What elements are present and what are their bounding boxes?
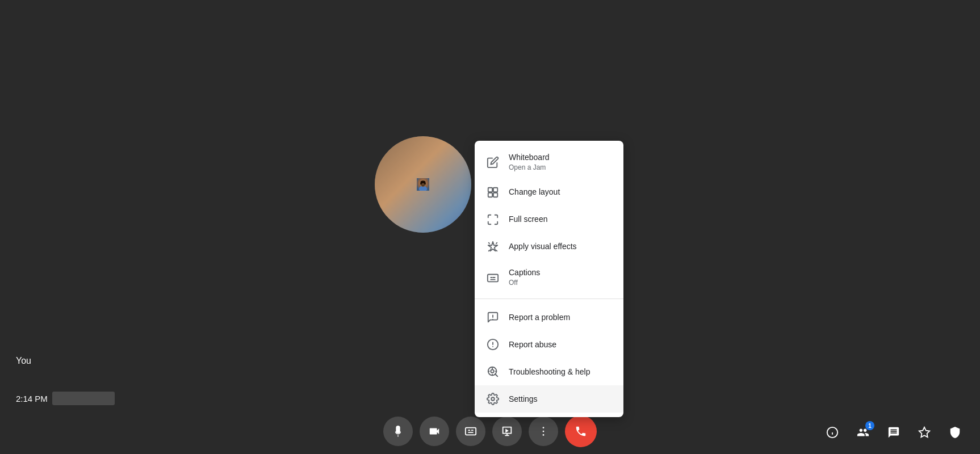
- camera-icon: [428, 425, 441, 438]
- menu-item-whiteboard[interactable]: Whiteboard Open a Jam: [475, 145, 623, 179]
- menu-item-visual-effects[interactable]: Apply visual effects: [475, 233, 623, 260]
- shield-icon: [949, 426, 961, 439]
- meeting-details-button[interactable]: [819, 419, 846, 446]
- svg-point-29: [543, 427, 545, 428]
- svg-rect-13: [488, 193, 492, 197]
- svg-point-26: [491, 370, 494, 373]
- captions-icon: [486, 271, 500, 284]
- troubleshooting-label: Troubleshooting & help: [509, 367, 590, 378]
- avatar-silhouette: [417, 178, 429, 191]
- svg-point-8: [424, 183, 424, 184]
- menu-item-full-screen[interactable]: Full screen: [475, 206, 623, 233]
- participant-name-label: You: [16, 356, 31, 366]
- svg-point-27: [491, 398, 495, 401]
- more-options-button[interactable]: [529, 417, 558, 446]
- visual-effects-label: Apply visual effects: [509, 241, 577, 253]
- svg-point-30: [543, 431, 545, 432]
- chat-icon: [887, 426, 900, 439]
- svg-line-18: [496, 250, 497, 251]
- activities-icon: [918, 426, 931, 439]
- svg-line-16: [496, 243, 497, 243]
- sparkle-icon: [486, 240, 500, 254]
- svg-point-9: [422, 185, 424, 186]
- svg-rect-28: [466, 428, 476, 435]
- whiteboard-label: Whiteboard: [509, 152, 550, 163]
- menu-item-troubleshooting[interactable]: Troubleshooting & help: [475, 358, 623, 385]
- svg-point-31: [543, 434, 545, 436]
- svg-line-17: [489, 250, 489, 251]
- menu-divider: [475, 299, 623, 299]
- svg-point-5: [420, 182, 422, 185]
- svg-rect-12: [493, 188, 497, 192]
- whiteboard-sublabel: Open a Jam: [509, 163, 550, 173]
- participant-avatar: [375, 136, 471, 233]
- svg-point-7: [422, 183, 422, 184]
- report-problem-label: Report a problem: [509, 312, 570, 323]
- info-icon: [826, 426, 839, 439]
- context-menu: Whiteboard Open a Jam Change layout: [475, 141, 623, 417]
- chat-button[interactable]: [880, 419, 907, 446]
- time-bar-decoration: [52, 392, 115, 405]
- clock-time: 2:14 PM: [16, 394, 48, 403]
- people-button[interactable]: 1: [849, 419, 877, 446]
- report-problem-icon: [486, 310, 500, 324]
- report-abuse-label: Report abuse: [509, 339, 556, 351]
- captions-sublabel: Off: [509, 279, 540, 288]
- svg-point-6: [424, 182, 426, 185]
- settings-icon: [486, 392, 500, 406]
- change-layout-label: Change layout: [509, 187, 560, 198]
- present-button[interactable]: [492, 417, 522, 446]
- svg-rect-14: [493, 193, 497, 197]
- mic-icon: [392, 425, 404, 438]
- present-icon: [501, 425, 513, 438]
- svg-marker-35: [919, 427, 929, 437]
- settings-label: Settings: [509, 394, 538, 405]
- video-area: You 2:14 PM Whiteboard Open a Jam: [0, 0, 980, 454]
- captions-label: Captions: [509, 267, 540, 279]
- mic-button[interactable]: [383, 417, 413, 446]
- right-controls: 1: [819, 419, 969, 446]
- svg-rect-19: [488, 274, 498, 281]
- menu-item-captions[interactable]: Captions Off: [475, 260, 623, 294]
- fullscreen-icon: [486, 213, 500, 226]
- svg-line-15: [489, 243, 489, 243]
- edit-icon: [486, 155, 500, 169]
- camera-button[interactable]: [420, 417, 449, 446]
- menu-item-report-problem[interactable]: Report a problem: [475, 304, 623, 331]
- time-display: 2:14 PM: [16, 392, 115, 405]
- host-controls-button[interactable]: [941, 419, 969, 446]
- menu-item-settings[interactable]: Settings: [475, 385, 623, 413]
- full-screen-label: Full screen: [509, 214, 547, 225]
- activities-button[interactable]: [911, 419, 938, 446]
- svg-rect-11: [488, 188, 492, 192]
- end-call-icon: [575, 425, 587, 438]
- menu-item-report-abuse[interactable]: Report abuse: [475, 331, 623, 358]
- troubleshoot-icon: [486, 365, 500, 379]
- report-abuse-icon: [486, 338, 500, 351]
- captions-ctrl-icon: [464, 425, 477, 438]
- people-badge: 1: [865, 421, 874, 430]
- menu-item-change-layout[interactable]: Change layout: [475, 179, 623, 206]
- more-icon: [537, 425, 550, 438]
- end-call-button[interactable]: [565, 415, 597, 447]
- captions-button[interactable]: [456, 417, 485, 446]
- layout-icon: [486, 186, 500, 199]
